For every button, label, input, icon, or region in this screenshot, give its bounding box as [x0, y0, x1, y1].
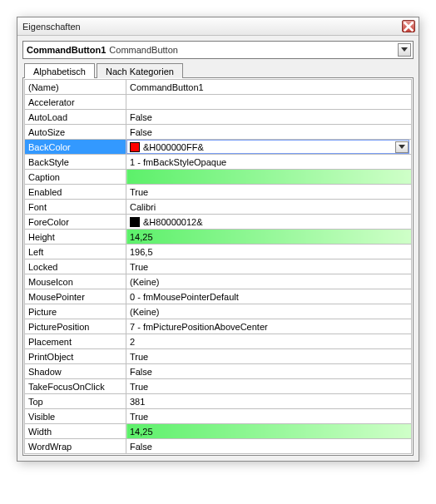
property-row[interactable]: MousePointer0 - fmMousePointerDefault [25, 289, 412, 304]
property-value[interactable]: Calibri [126, 200, 412, 215]
property-row[interactable]: BackColor&H000000FF& [25, 140, 412, 155]
property-value[interactable]: True [126, 259, 412, 274]
property-row[interactable]: Width14,25 [25, 424, 412, 439]
property-value-text: 2 [130, 337, 135, 347]
property-row[interactable]: ForeColor&H80000012& [25, 215, 412, 230]
property-value[interactable]: 196,5 [126, 245, 412, 259]
property-row[interactable]: Accelerator [25, 95, 412, 110]
property-value-text: False [130, 112, 152, 122]
property-value-text: 1 - fmBackStyleOpaque [130, 157, 226, 167]
property-value[interactable]: 14,25 [126, 230, 412, 245]
property-name: (Name) [25, 80, 126, 95]
chevron-down-icon [401, 47, 408, 52]
property-value[interactable]: 2 [126, 334, 412, 349]
property-name: PrintObject [25, 349, 126, 364]
property-value[interactable]: True [126, 409, 412, 424]
property-value-text: True [130, 352, 148, 362]
property-row[interactable]: EnabledTrue [25, 185, 412, 200]
property-value[interactable]: True [126, 349, 412, 364]
property-value-text: 7 - fmPicturePositionAboveCenter [130, 322, 268, 332]
property-name: BackColor [25, 140, 126, 155]
property-row[interactable]: AutoLoadFalse [25, 110, 412, 125]
property-value-text: 196,5 [130, 247, 153, 257]
property-value[interactable]: 381 [126, 394, 412, 409]
property-row[interactable]: PicturePosition7 - fmPicturePositionAbov… [25, 319, 412, 334]
color-swatch [130, 142, 140, 152]
property-value[interactable]: True [126, 185, 412, 200]
property-value[interactable]: 0 - fmMousePointerDefault [126, 289, 412, 304]
property-row[interactable]: Height14,25 [25, 230, 412, 245]
property-value[interactable] [126, 170, 412, 185]
object-selector[interactable]: CommandButton1 CommandButton [22, 41, 414, 59]
property-name: WordWrap [25, 439, 126, 454]
property-value[interactable]: True [126, 379, 412, 394]
property-row[interactable]: TakeFocusOnClickTrue [25, 379, 412, 394]
property-value[interactable]: (Keine) [126, 304, 412, 319]
property-row[interactable]: WordWrapFalse [25, 439, 412, 454]
property-value-text: True [130, 262, 148, 272]
property-name: Top [25, 394, 126, 409]
property-name: Locked [25, 259, 126, 274]
property-row[interactable]: FontCalibri [25, 200, 412, 215]
property-name: MouseIcon [25, 274, 126, 289]
property-row[interactable]: MouseIcon(Keine) [25, 274, 412, 289]
property-name: PicturePosition [25, 319, 126, 334]
property-row[interactable]: Caption [25, 170, 412, 185]
property-value-text: True [130, 187, 148, 197]
property-value-text: 0 - fmMousePointerDefault [130, 292, 239, 302]
property-row[interactable]: Placement2 [25, 334, 412, 349]
property-value[interactable]: 7 - fmPicturePositionAboveCenter [126, 319, 412, 334]
property-value-text: True [130, 412, 148, 422]
property-row[interactable]: ShadowFalse [25, 364, 412, 379]
property-value[interactable]: &H80000012& [126, 215, 412, 230]
property-row[interactable]: (Name)CommandButton1 [25, 80, 412, 95]
color-swatch [130, 217, 140, 227]
property-value-text: 14,25 [130, 427, 153, 437]
property-value[interactable]: False [126, 125, 412, 140]
property-name: Accelerator [25, 95, 126, 110]
property-name: AutoSize [25, 125, 126, 140]
property-value-text: (Keine) [130, 277, 159, 287]
property-value[interactable]: &H000000FF& [126, 140, 412, 155]
property-value[interactable]: False [126, 439, 412, 454]
property-name: Font [25, 200, 126, 215]
property-row[interactable]: BackStyle1 - fmBackStyleOpaque [25, 155, 412, 170]
property-value-text: Calibri [130, 202, 156, 212]
property-row[interactable]: Top381 [25, 394, 412, 409]
property-name: TakeFocusOnClick [25, 379, 126, 394]
property-value-text: &H80000012& [143, 217, 203, 227]
property-name: Enabled [25, 185, 126, 200]
property-name: Width [25, 424, 126, 439]
property-row[interactable]: Picture(Keine) [25, 304, 412, 319]
property-value[interactable]: False [126, 364, 412, 379]
object-dropdown-button[interactable] [398, 43, 411, 57]
property-value[interactable]: (Keine) [126, 274, 412, 289]
tab-alphabetical[interactable]: Alphabetisch [24, 63, 95, 78]
property-name: AutoLoad [25, 110, 126, 125]
property-value-text: True [130, 382, 148, 392]
property-name: Placement [25, 334, 126, 349]
property-name: Picture [25, 304, 126, 319]
close-button[interactable] [402, 20, 415, 32]
property-name: Height [25, 230, 126, 245]
property-name: Visible [25, 409, 126, 424]
properties-window: Eigenschaften CommandButton1 CommandButt… [17, 17, 419, 462]
tab-categories[interactable]: Nach Kategorien [97, 63, 183, 78]
chevron-down-icon [399, 145, 405, 150]
value-dropdown-button[interactable] [395, 141, 409, 153]
property-row[interactable]: PrintObjectTrue [25, 349, 412, 364]
property-row[interactable]: Left196,5 [25, 245, 412, 259]
property-value[interactable]: CommandButton1 [126, 80, 412, 95]
property-row[interactable]: AutoSizeFalse [25, 125, 412, 140]
property-name: Shadow [25, 364, 126, 379]
property-value[interactable] [126, 95, 412, 110]
property-value[interactable]: 1 - fmBackStyleOpaque [126, 155, 412, 170]
window-title: Eigenschaften [22, 22, 81, 32]
property-row[interactable]: VisibleTrue [25, 409, 412, 424]
property-value[interactable]: False [126, 110, 412, 125]
titlebar: Eigenschaften [17, 17, 419, 36]
property-value[interactable]: 14,25 [126, 424, 412, 439]
property-value-text: CommandButton1 [130, 82, 204, 92]
property-value-text: False [130, 442, 152, 452]
property-row[interactable]: LockedTrue [25, 259, 412, 274]
